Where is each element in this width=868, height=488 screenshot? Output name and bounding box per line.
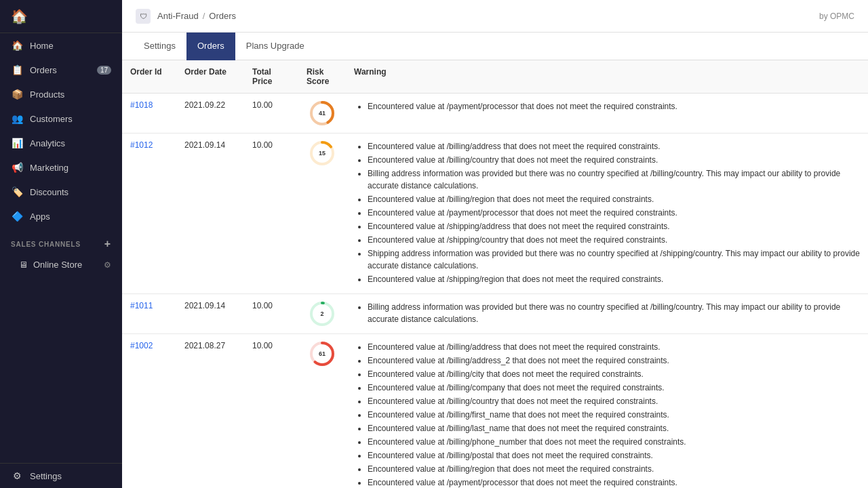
col-order-id: Order Id <box>122 60 176 94</box>
tab-plans-upgrade[interactable]: Plans Upgrade <box>235 33 315 60</box>
products-icon: 📦 <box>11 88 23 100</box>
sidebar-label-analytics: Analytics <box>30 138 65 148</box>
sidebar-settings-section: ⚙ Settings <box>0 463 122 488</box>
sidebar-label-marketing: Marketing <box>30 163 68 173</box>
warning-item: Encountered value at /billing/region tha… <box>368 193 860 205</box>
warning-item: Encountered value at /payment/processor … <box>368 207 860 219</box>
risk-score-label: 41 <box>319 110 326 117</box>
topbar: 🛡 Anti-Fraud / Orders by OPMC <box>122 0 868 33</box>
warning-cell: Encountered value at /billing/address th… <box>346 334 868 489</box>
analytics-icon: 📊 <box>11 137 23 149</box>
sidebar-label-settings: Settings <box>30 471 62 481</box>
sidebar-label-apps: Apps <box>30 211 50 222</box>
sidebar-item-customers[interactable]: 👥 Customers <box>0 106 122 131</box>
sidebar-label-online-store: Online Store <box>33 260 82 270</box>
order-id-link[interactable]: #1002 <box>130 341 153 350</box>
tab-settings[interactable]: Settings <box>133 33 186 60</box>
orders-content: Order Id Order Date Total Price Risk Sco… <box>122 60 868 488</box>
orders-badge: 17 <box>97 66 111 75</box>
orders-icon: 📋 <box>11 64 23 76</box>
risk-score-label: 15 <box>319 150 326 157</box>
col-total-price: Total Price <box>244 60 298 94</box>
add-sales-channel-button[interactable]: + <box>104 238 111 250</box>
order-date-cell: 2021.09.14 <box>176 134 244 294</box>
warning-item: Shipping address information was provide… <box>368 247 860 272</box>
risk-score-cell: 2 <box>298 294 346 334</box>
order-id-link[interactable]: #1018 <box>130 100 153 110</box>
online-store-settings-icon[interactable]: ⚙ <box>104 260 111 270</box>
table-row: #10182021.09.2210.00 41 Encountered valu… <box>122 94 868 134</box>
tab-orders[interactable]: Orders <box>186 33 235 60</box>
table-row: #10122021.09.1410.00 15 Encountered valu… <box>122 134 868 294</box>
apps-icon: 🔷 <box>11 210 23 222</box>
warning-item: Encountered value at /billing/phone_numb… <box>368 436 860 448</box>
main-content: 🛡 Anti-Fraud / Orders by OPMC Settings O… <box>122 0 868 488</box>
risk-circle: 61 <box>309 341 335 367</box>
sidebar-label-home: Home <box>30 41 54 51</box>
orders-table: Order Id Order Date Total Price Risk Sco… <box>122 60 868 488</box>
warning-cell: Encountered value at /payment/processor … <box>346 94 868 134</box>
warning-item: Encountered value at /billing/last_name … <box>368 422 860 434</box>
risk-score-cell: 15 <box>298 134 346 294</box>
warning-item: Encountered value at /billing/city that … <box>368 368 860 380</box>
warning-item: Encountered value at /billing/country th… <box>368 395 860 407</box>
sidebar-item-products[interactable]: 📦 Products <box>0 82 122 106</box>
order-id-link[interactable]: #1012 <box>130 140 153 150</box>
order-id-cell: #1002 <box>122 334 176 489</box>
sidebar-item-settings[interactable]: ⚙ Settings <box>0 464 122 488</box>
discounts-icon: 🏷️ <box>11 186 23 198</box>
warning-item: Encountered value at /billing/address th… <box>368 341 860 353</box>
sidebar-label-discounts: Discounts <box>30 187 68 197</box>
logo-icon: 🏠 <box>11 9 28 24</box>
sidebar-item-analytics[interactable]: 📊 Analytics <box>0 131 122 155</box>
sidebar-item-apps[interactable]: 🔷 Apps <box>0 204 122 228</box>
table-row: #10022021.08.2710.00 61 Encountered valu… <box>122 334 868 489</box>
sales-channels-section: SALES CHANNELS + <box>0 228 122 254</box>
sidebar-label-orders: Orders <box>30 65 57 75</box>
warning-item: Encountered value at /payment/processor … <box>368 476 860 488</box>
risk-score-cell: 61 <box>298 334 346 489</box>
order-date-cell: 2021.09.22 <box>176 94 244 134</box>
sidebar-logo: 🏠 <box>0 0 122 33</box>
warning-item: Encountered value at /shipping/country t… <box>368 234 860 246</box>
warning-cell: Billing address information was provided… <box>346 294 868 334</box>
sidebar-item-orders[interactable]: 📋 Orders 17 <box>0 58 122 82</box>
warning-item: Billing address information was provided… <box>368 301 860 325</box>
breadcrumb-current: Orders <box>209 11 236 21</box>
warning-item: Encountered value at /billing/address th… <box>368 140 860 152</box>
sidebar-item-discounts[interactable]: 🏷️ Discounts <box>0 180 122 204</box>
order-id-link[interactable]: #1011 <box>130 301 153 310</box>
warning-item: Encountered value at /shipping/region th… <box>368 273 860 285</box>
warning-item: Encountered value at /shipping/address t… <box>368 220 860 232</box>
topbar-by-label: by OPMC <box>819 12 854 21</box>
sidebar-item-online-store[interactable]: 🖥 Online Store ⚙ <box>0 254 122 275</box>
order-id-cell: #1012 <box>122 134 176 294</box>
col-warning: Warning <box>346 60 868 94</box>
order-date-cell: 2021.08.27 <box>176 334 244 489</box>
sidebar-item-marketing[interactable]: 📢 Marketing <box>0 155 122 180</box>
settings-icon: ⚙ <box>11 470 23 482</box>
total-price-cell: 10.00 <box>244 94 298 134</box>
breadcrumb: 🛡 Anti-Fraud / Orders <box>136 9 236 24</box>
col-order-date: Order Date <box>176 60 244 94</box>
warning-item: Encountered value at /billing/postal tha… <box>368 449 860 462</box>
marketing-icon: 📢 <box>11 161 23 174</box>
breadcrumb-app-link[interactable]: Anti-Fraud <box>157 11 199 21</box>
home-icon: 🏠 <box>11 39 23 52</box>
online-store-icon: 🖥 <box>19 260 28 270</box>
sidebar-label-products: Products <box>30 89 64 100</box>
app-icon: 🛡 <box>136 9 151 24</box>
warning-item: Encountered value at /billing/country th… <box>368 154 860 166</box>
sidebar-item-home[interactable]: 🏠 Home <box>0 33 122 58</box>
risk-score-label: 2 <box>320 310 323 317</box>
risk-circle: 41 <box>309 100 335 126</box>
tabs-bar: Settings Orders Plans Upgrade <box>122 33 868 60</box>
sidebar-label-customers: Customers <box>30 114 73 124</box>
warning-item: Billing address information was provided… <box>368 167 860 192</box>
total-price-cell: 10.00 <box>244 294 298 334</box>
order-id-cell: #1011 <box>122 294 176 334</box>
risk-score-label: 61 <box>319 350 326 357</box>
warning-cell: Encountered value at /billing/address th… <box>346 134 868 294</box>
warning-item: Encountered value at /billing/address_2 … <box>368 354 860 367</box>
customers-icon: 👥 <box>11 113 23 125</box>
